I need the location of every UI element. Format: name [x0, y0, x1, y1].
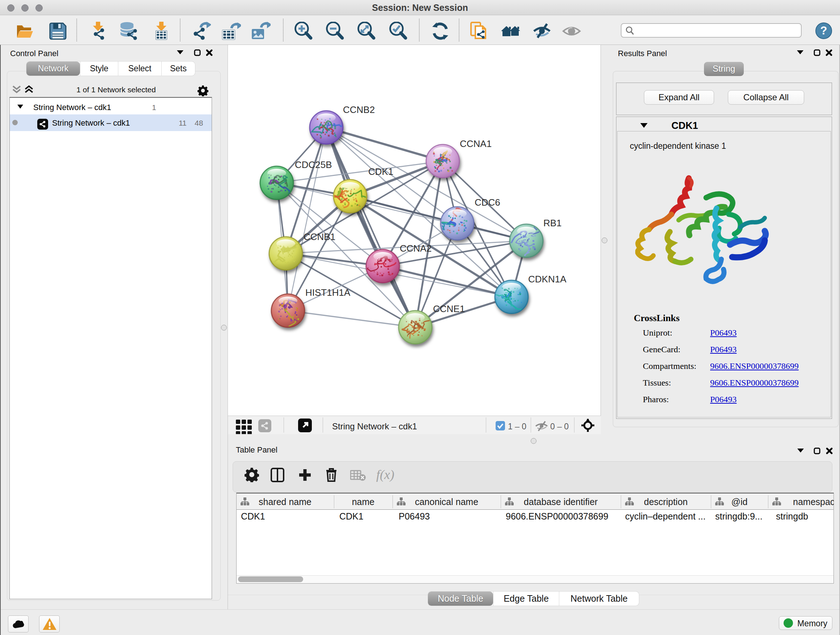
svg-text:CDK1: CDK1: [368, 166, 393, 177]
svg-text:CCNA1: CCNA1: [460, 138, 492, 149]
svg-text:CDC25B: CDC25B: [295, 159, 332, 170]
svg-text:CDC6: CDC6: [475, 197, 500, 208]
svg-text:CCNE1: CCNE1: [433, 303, 465, 314]
svg-text:CCNB2: CCNB2: [343, 104, 375, 115]
svg-text:?: ?: [821, 24, 827, 37]
svg-text:CCNA2: CCNA2: [400, 243, 431, 254]
svg-text:CDKN1A: CDKN1A: [528, 274, 567, 285]
svg-text:HIST1H1A: HIST1H1A: [305, 287, 351, 298]
svg-text:RB1: RB1: [543, 218, 562, 228]
svg-text:CCNB1: CCNB1: [303, 231, 335, 242]
